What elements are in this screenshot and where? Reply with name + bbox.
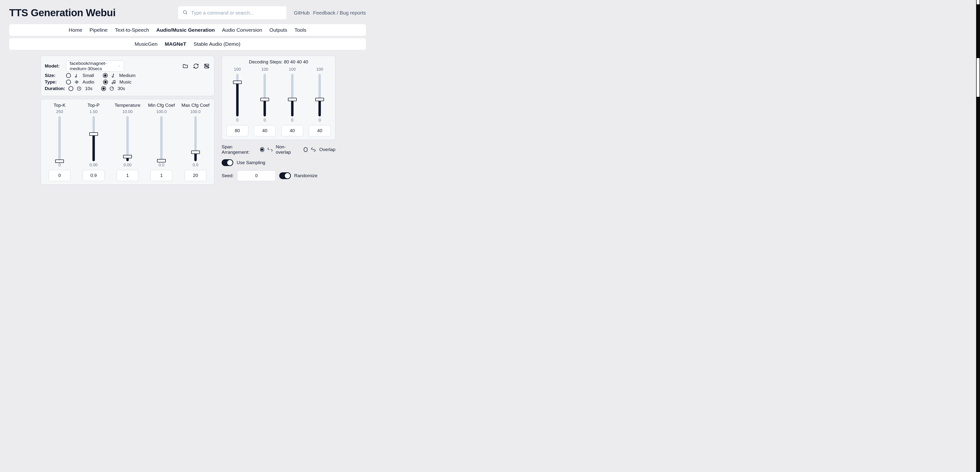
slider: 100040: [308, 67, 331, 136]
subnav-tab[interactable]: Stable Audio (Demo): [194, 41, 240, 47]
clock-icon: [77, 86, 81, 91]
slider: Temperature10.000.001: [113, 103, 142, 181]
slider-value-input[interactable]: 1: [117, 170, 138, 181]
slider-value-input[interactable]: 40: [309, 125, 331, 136]
search-input[interactable]: [191, 10, 282, 16]
nav-tab[interactable]: Home: [69, 27, 82, 33]
span-nonoverlap-label: Non-overlap: [276, 144, 296, 155]
size-row: Size: Small Medium: [45, 73, 210, 78]
model-select[interactable]: facebook/magnet-medium-30secs: [66, 61, 124, 72]
slider-value-input[interactable]: 0: [49, 170, 70, 181]
span-label: Span Arrangement:: [222, 144, 253, 155]
slider-value-input[interactable]: 40: [282, 125, 303, 136]
nav-tab[interactable]: Pipeline: [89, 27, 108, 33]
toggle-use-sampling[interactable]: [222, 159, 233, 166]
sampling-row: Use Sampling: [222, 159, 336, 166]
link-github[interactable]: GitHub: [294, 10, 310, 16]
duration-label: Duration:: [45, 86, 65, 91]
slider-value-input[interactable]: 80: [226, 125, 248, 136]
link-feedback[interactable]: Feedback / Bug reports: [313, 10, 366, 16]
waveform-icon: [74, 80, 79, 85]
nav-tab[interactable]: Audio Conversion: [222, 27, 262, 33]
slider-max: 100: [253, 67, 277, 72]
size-medium-label: Medium: [119, 73, 136, 78]
slider-handle[interactable]: [191, 151, 200, 154]
slider-min: 0: [281, 118, 304, 123]
type-audio-label: Audio: [83, 80, 94, 85]
seed-input[interactable]: 0: [237, 171, 276, 181]
radio-span-overlap[interactable]: [304, 147, 308, 152]
slider-max: 250: [45, 109, 74, 114]
size-small-label: Small: [83, 73, 94, 78]
slider-track[interactable]: [264, 74, 266, 116]
nav-tab[interactable]: Tools: [294, 27, 306, 33]
radio-type-audio[interactable]: [66, 80, 71, 85]
slider-max: 10.00: [113, 109, 142, 114]
sliders-panel: Top-K25000Top-P1.500.000.9Temperature10.…: [41, 99, 215, 185]
slider-min: 0: [226, 118, 249, 123]
radio-type-music[interactable]: [103, 80, 108, 85]
slider-handle[interactable]: [288, 98, 297, 101]
slider-value-input[interactable]: 40: [254, 125, 275, 136]
slider-track[interactable]: [194, 116, 197, 161]
slider-handle[interactable]: [157, 159, 166, 163]
radio-span-nonoverlap[interactable]: [260, 147, 264, 152]
decoding-title: Decoding Steps: 80 40 40 40: [226, 59, 331, 65]
radio-size-small[interactable]: [66, 73, 71, 78]
type-music-label: Music: [119, 80, 132, 85]
server-off-button[interactable]: [203, 62, 210, 70]
slider-track[interactable]: [291, 74, 294, 116]
toggle-randomize[interactable]: [279, 172, 291, 179]
window-scrollbar[interactable]: [976, 0, 980, 195]
slider-min: 0.0: [181, 163, 210, 167]
slider-handle[interactable]: [233, 81, 242, 84]
slider-min: 0.00: [113, 163, 142, 167]
slider-track[interactable]: [318, 74, 321, 116]
nav-tab[interactable]: Audio/Music Generation: [156, 27, 215, 33]
slider-max: 100.0: [181, 109, 210, 114]
slider-handle[interactable]: [315, 98, 324, 101]
slider-handle[interactable]: [89, 132, 98, 136]
slider-min: 0: [45, 163, 74, 167]
radio-size-medium[interactable]: [103, 73, 108, 78]
secondary-nav: MusicGenMAGNeTStable Audio (Demo): [9, 38, 366, 50]
subnav-tab[interactable]: MusicGen: [135, 41, 158, 47]
model-panel: Model: facebook/magnet-medium-30secs: [41, 56, 215, 96]
slider-title: Temperature: [113, 103, 142, 108]
music-icon: [111, 80, 116, 85]
slider-handle[interactable]: [55, 159, 64, 163]
nav-tab[interactable]: Outputs: [269, 27, 287, 33]
nav-tab[interactable]: Text-to-Speech: [115, 27, 149, 33]
randomize-label: Randomize: [294, 173, 317, 179]
span-overlap-label: Overlap: [319, 147, 336, 152]
slider-track[interactable]: [126, 116, 129, 161]
slider-value-input[interactable]: 0.9: [83, 170, 105, 181]
folder-button[interactable]: [182, 62, 189, 70]
refresh-button[interactable]: [192, 62, 200, 70]
duration-30s-label: 30s: [118, 86, 125, 91]
slider-track[interactable]: [160, 116, 162, 161]
search-field[interactable]: [178, 6, 286, 19]
slider-handle[interactable]: [260, 98, 269, 101]
link-icon: [311, 147, 316, 152]
slider-track[interactable]: [58, 116, 61, 161]
slider-max: 100: [226, 67, 249, 72]
slider-track[interactable]: [92, 116, 95, 161]
slider-track[interactable]: [236, 74, 239, 116]
slider-min: 0.00: [79, 163, 108, 167]
app-title: TTS Generation Webui: [9, 7, 116, 19]
radio-duration-10s[interactable]: [68, 86, 73, 91]
slider-max: 100: [281, 67, 304, 72]
slider-handle[interactable]: [123, 155, 132, 158]
svg-line-4: [204, 64, 209, 68]
svg-line-1: [186, 13, 187, 14]
slider-min: 0.0: [146, 163, 176, 167]
slider-value-input[interactable]: 20: [185, 170, 207, 181]
subnav-tab[interactable]: MAGNeT: [165, 41, 186, 47]
radio-duration-30s[interactable]: [101, 86, 106, 91]
slider: 100040: [281, 67, 304, 136]
slider-max: 1.50: [79, 109, 108, 114]
slider: Top-P1.500.000.9: [79, 103, 108, 181]
svg-point-0: [183, 11, 186, 14]
slider-value-input[interactable]: 1: [151, 170, 172, 181]
